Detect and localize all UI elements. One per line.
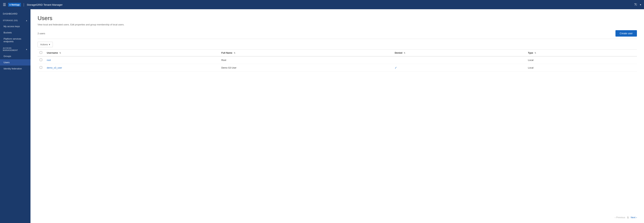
sidebar-item-groups[interactable]: Groups — [0, 53, 30, 59]
table-body: root Root Local demo_s3_user Demo S3 Use… — [38, 56, 637, 72]
row1-checkbox-cell[interactable] — [38, 56, 45, 64]
sidebar-item-identity-federation[interactable]: Identity federation — [0, 65, 30, 72]
nav-left: ☰ n NetApp | StorageGRID Tenant Manager — [3, 3, 62, 7]
page-title: Users — [38, 15, 637, 22]
sidebar-item-my-access-keys[interactable]: My access keys — [0, 23, 30, 30]
create-user-button[interactable]: Create user — [616, 30, 637, 37]
row2-type: Local — [526, 64, 637, 72]
next-button[interactable]: Next › — [631, 216, 637, 219]
sidebar-section-access: ACCESS MANAGEMENT ▲ — [0, 45, 30, 53]
fullname-sort-icon: ⇅ — [234, 52, 235, 54]
row2-username: demo_s3_user — [45, 64, 219, 72]
user-menu-icon[interactable]: ▾ — [640, 3, 641, 6]
row1-denied — [392, 56, 526, 64]
row2-checkbox-cell[interactable] — [38, 64, 45, 72]
previous-button[interactable]: ‹ Previous — [615, 216, 625, 219]
actions-label: Actions — [40, 43, 48, 46]
brand-logo: n NetApp — [8, 3, 21, 7]
toolbar-row: 2 users Create user — [38, 30, 637, 39]
row1-username-link[interactable]: root — [47, 59, 51, 61]
col-username[interactable]: Username ⇅ — [45, 50, 219, 56]
nav-right: ?⃝ ▾ — [634, 3, 641, 7]
pagination-row: ‹ Previous 1 Next › — [38, 212, 637, 219]
app-body: DASHBOARD STORAGE (S3) ▲ My access keys … — [0, 9, 644, 223]
denied-checkmark-icon: ✓ — [395, 66, 397, 69]
col-type[interactable]: Type ⇅ — [526, 50, 637, 56]
sidebar: DASHBOARD STORAGE (S3) ▲ My access keys … — [0, 9, 30, 223]
table-header: Username ⇅ Full Name ⇅ Denied ⇅ Type ⇅ — [38, 50, 637, 56]
username-sort-icon: ⇅ — [59, 52, 61, 54]
access-chevron-icon: ▲ — [26, 48, 28, 50]
row1-checkbox[interactable] — [40, 59, 42, 61]
sidebar-item-buckets[interactable]: Buckets — [0, 30, 30, 36]
prev-arrow-icon: ‹ — [615, 216, 616, 219]
actions-row: Actions ▾ — [38, 42, 637, 47]
row1-type: Local — [526, 56, 637, 64]
users-table: Username ⇅ Full Name ⇅ Denied ⇅ Type ⇅ — [38, 49, 637, 72]
top-nav: ☰ n NetApp | StorageGRID Tenant Manager … — [0, 0, 644, 9]
main-content: Users View local and federated users. Ed… — [30, 9, 644, 223]
current-page: 1 — [627, 216, 628, 219]
page-description: View local and federated users. Edit pro… — [38, 23, 637, 26]
type-sort-icon: ⇅ — [534, 52, 536, 54]
col-denied[interactable]: Denied ⇅ — [392, 50, 526, 56]
actions-chevron-icon: ▾ — [49, 43, 50, 46]
hamburger-icon[interactable]: ☰ — [3, 3, 6, 7]
table-row: demo_s3_user Demo S3 User ✓ Local — [38, 64, 637, 72]
sidebar-item-dashboard[interactable]: DASHBOARD — [0, 11, 30, 17]
col-full-name[interactable]: Full Name ⇅ — [219, 50, 392, 56]
brand-separator: | — [24, 3, 24, 7]
users-count: 2 users — [38, 32, 45, 35]
table-row: root Root Local — [38, 56, 637, 64]
actions-button[interactable]: Actions ▾ — [38, 42, 53, 47]
sidebar-item-platform-services[interactable]: Platform services endpoints — [0, 36, 30, 45]
row1-fullname: Root — [219, 56, 392, 64]
row2-denied: ✓ — [392, 64, 526, 72]
storage-chevron-icon: ▲ — [26, 19, 28, 22]
sidebar-section-storage: STORAGE (S3) ▲ — [0, 17, 30, 23]
sidebar-item-users[interactable]: Users — [0, 59, 30, 65]
next-arrow-icon: › — [636, 216, 637, 219]
help-icon[interactable]: ?⃝ — [634, 3, 637, 7]
row2-checkbox[interactable] — [40, 66, 42, 69]
denied-sort-icon: ⇅ — [404, 52, 405, 54]
select-all-checkbox[interactable] — [40, 51, 42, 54]
brand-title: StorageGRID Tenant Manager — [27, 3, 62, 6]
row2-username-link[interactable]: demo_s3_user — [47, 66, 62, 69]
row2-fullname: Demo S3 User — [219, 64, 392, 72]
select-all-cell[interactable] — [38, 50, 45, 56]
brand: n NetApp | StorageGRID Tenant Manager — [8, 3, 62, 7]
row1-username: root — [45, 56, 219, 64]
